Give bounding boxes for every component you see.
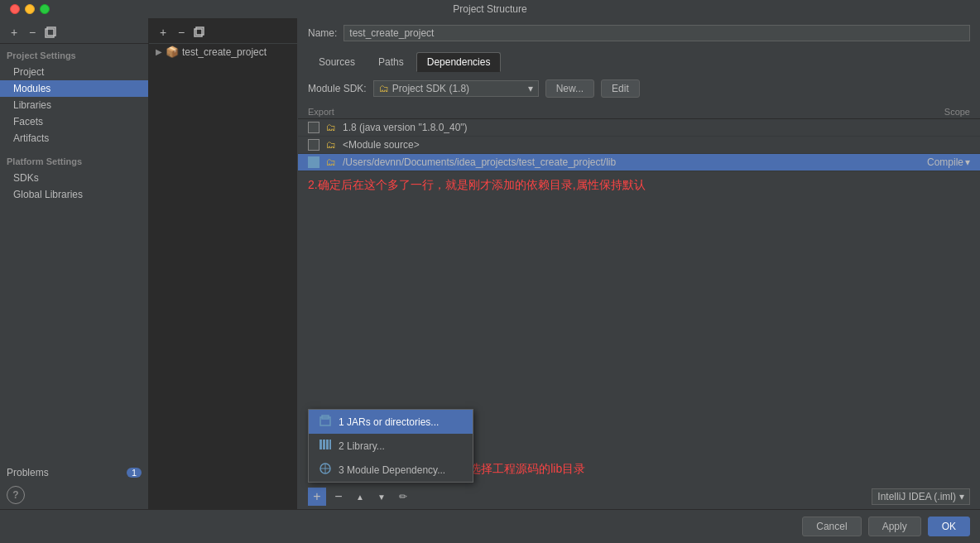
module-list: + − ▶ 📦 test_create_project <box>149 18 298 509</box>
sidebar: + − Project Settings Project Modules Lib… <box>0 18 149 509</box>
dropdown-item-library[interactable]: 2 Library... <box>309 434 473 458</box>
library-icon <box>319 438 332 454</box>
module-remove-button[interactable]: − <box>174 25 189 40</box>
dep-check-jdk[interactable] <box>308 122 319 133</box>
sidebar-item-global-libraries[interactable]: Global Libraries <box>0 186 148 203</box>
edit-button[interactable]: Edit <box>601 79 640 98</box>
sidebar-item-project[interactable]: Project <box>0 64 148 80</box>
jars-icon <box>319 414 332 430</box>
expand-icon: ▶ <box>156 47 162 56</box>
help-button[interactable]: ? <box>7 486 25 504</box>
maximize-button[interactable] <box>40 4 50 14</box>
sdk-value: Project SDK (1.8) <box>392 83 469 94</box>
sdk-select[interactable]: 🗂 Project SDK (1.8) ▾ <box>373 80 539 97</box>
annotation-text-1: 2.确定后在这个多了一行，就是刚才添加的依赖目录,属性保持默认 <box>298 171 980 199</box>
sidebar-remove-button[interactable]: − <box>25 25 40 40</box>
cancel-button[interactable]: Cancel <box>802 517 861 536</box>
module-icon: 📦 <box>166 46 179 58</box>
dep-name-lib: /Users/devnn/Documents/idea_projects/tes… <box>343 156 889 168</box>
window-controls[interactable] <box>10 4 50 14</box>
format-select[interactable]: IntelliJ IDEA (.iml) ▾ <box>872 488 970 505</box>
sidebar-item-problems[interactable]: Problems 1 <box>0 464 148 481</box>
sidebar-item-sdks[interactable]: SDKs <box>0 170 148 186</box>
dep-row-lib[interactable]: 🗂 /Users/devnn/Documents/idea_projects/t… <box>298 154 980 171</box>
sidebar-item-facets[interactable]: Facets <box>0 113 148 130</box>
tabs-bar: Sources Paths Dependencies <box>298 49 980 73</box>
scope-header: Scope <box>887 107 970 117</box>
add-dropdown-popup: 1 JARs or directories... 2 Library... <box>308 409 473 483</box>
sidebar-add-button[interactable]: + <box>7 25 22 40</box>
sdk-label: Module SDK: <box>308 83 367 94</box>
window-title: Project Structure <box>453 3 526 15</box>
bottom-toolbar: 1 JARs or directories... 2 Library... <box>298 483 980 509</box>
problems-badge: 1 <box>127 468 142 478</box>
module-list-item[interactable]: ▶ 📦 test_create_project <box>149 44 297 60</box>
sidebar-item-modules[interactable]: Modules <box>0 80 148 97</box>
module-name: test_create_project <box>182 46 267 58</box>
close-button[interactable] <box>10 4 20 14</box>
ok-button[interactable]: OK <box>928 517 970 536</box>
move-down-button[interactable]: ▼ <box>372 488 391 506</box>
detail-panel: Name: Sources Paths Dependencies Module … <box>298 18 980 509</box>
sidebar-toolbar: + − <box>0 22 148 44</box>
export-header: Export <box>308 107 333 117</box>
dropdown-item-jars[interactable]: 1 JARs or directories... <box>309 410 473 434</box>
dep-scope-lib[interactable]: Compile ▾ <box>896 156 970 168</box>
name-bar: Name: <box>298 18 980 49</box>
dep-icon-module-source: 🗂 <box>326 139 336 151</box>
tab-dependencies[interactable]: Dependencies <box>416 52 502 72</box>
main-content: + − Project Settings Project Modules Lib… <box>0 18 980 509</box>
svg-rect-9 <box>329 440 331 449</box>
add-button[interactable]: + <box>308 488 326 506</box>
move-up-button[interactable]: ▲ <box>351 488 369 506</box>
title-bar: Project Structure <box>0 0 980 18</box>
platform-settings-header: Platform Settings <box>0 153 148 170</box>
dropdown-item-module-dep[interactable]: 3 Module Dependency... <box>309 458 473 482</box>
format-dropdown-icon: ▾ <box>959 491 964 502</box>
dep-name-module-source: <Module source> <box>343 139 970 151</box>
remove-button[interactable]: − <box>329 488 348 506</box>
sdk-bar: Module SDK: 🗂 Project SDK (1.8) ▾ New...… <box>298 73 980 105</box>
content-area: + − ▶ 📦 test_create_project Name: <box>149 18 980 509</box>
dep-check-module-source[interactable] <box>308 139 319 151</box>
tab-paths[interactable]: Paths <box>368 52 415 72</box>
name-label: Name: <box>308 27 337 39</box>
module-copy-button[interactable] <box>192 25 207 40</box>
tab-sources[interactable]: Sources <box>308 52 366 72</box>
project-settings-header: Project Settings <box>0 47 148 64</box>
dep-icon-jdk: 🗂 <box>326 122 336 133</box>
svg-rect-6 <box>319 440 322 449</box>
dep-icon-lib: 🗂 <box>326 156 336 168</box>
sdk-folder-icon: 🗂 <box>379 83 389 94</box>
minimize-button[interactable] <box>25 4 35 14</box>
sidebar-item-artifacts[interactable]: Artifacts <box>0 130 148 147</box>
dep-row-jdk[interactable]: 🗂 1.8 (java version "1.8.0_40") <box>298 119 980 137</box>
edit-dep-button[interactable]: ✏ <box>394 488 412 506</box>
svg-rect-7 <box>323 440 325 449</box>
sdk-dropdown-icon: ▾ <box>528 83 533 94</box>
name-input[interactable] <box>343 25 970 41</box>
svg-rect-8 <box>326 440 329 449</box>
format-label: IntelliJ IDEA (.iml) <box>877 491 956 502</box>
footer: Cancel Apply OK <box>0 509 980 543</box>
table-header: Export Scope <box>298 105 980 119</box>
dep-name-jdk: 1.8 (java version "1.8.0_40") <box>343 122 970 133</box>
module-add-button[interactable]: + <box>156 25 171 40</box>
dep-row-module-source[interactable]: 🗂 <Module source> <box>298 137 980 154</box>
module-dep-icon <box>319 462 332 478</box>
sidebar-copy-button[interactable] <box>43 25 58 40</box>
scope-dropdown-icon: ▾ <box>965 156 970 168</box>
sidebar-item-libraries[interactable]: Libraries <box>0 97 148 113</box>
apply-button[interactable]: Apply <box>868 517 921 536</box>
dep-check-lib[interactable] <box>308 156 319 168</box>
new-button[interactable]: New... <box>545 79 594 98</box>
